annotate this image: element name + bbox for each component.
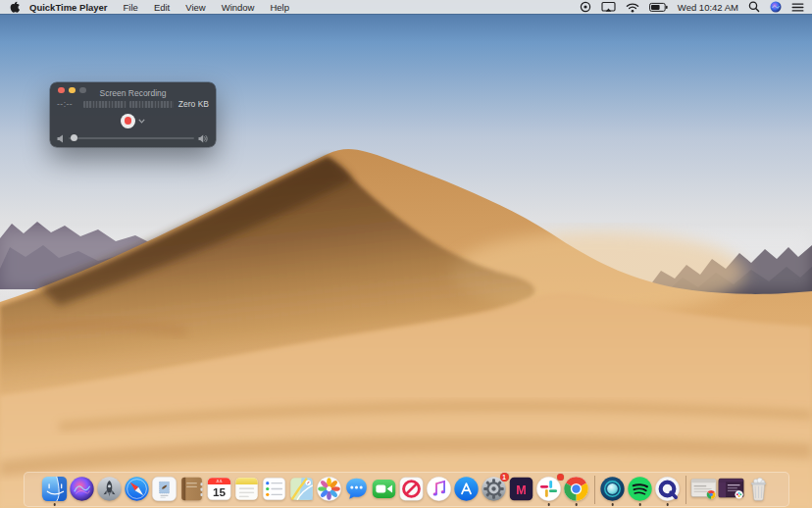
mail-icon [151, 476, 178, 502]
running-indicator [53, 503, 56, 506]
dock-item-contacts[interactable] [178, 473, 206, 506]
minwin-chrome-icon [690, 476, 717, 502]
dock-item-notes[interactable] [233, 473, 261, 506]
siri-icon [69, 476, 95, 502]
record-controls-row [50, 110, 216, 131]
speaker-loud-icon [198, 134, 209, 143]
window-titlebar[interactable]: Screen Recording [50, 82, 216, 97]
desktop: QuickTime Player File Edit View Window H… [0, 0, 812, 508]
dock-separator [685, 476, 686, 504]
messages-icon [343, 476, 370, 502]
minimize-button[interactable] [69, 87, 76, 94]
screen-recording-stop-icon[interactable] [580, 1, 591, 13]
running-indicator [575, 503, 578, 506]
minwin-slack-icon [718, 476, 744, 502]
dock-item-appstore[interactable] [453, 473, 481, 506]
record-dot-icon [125, 117, 132, 125]
svg-text:JUL: JUL [216, 479, 224, 483]
running-indicator [611, 503, 614, 506]
notification-center-icon[interactable] [791, 2, 804, 13]
dock-item-safari[interactable] [124, 473, 151, 506]
speaker-mute-icon [57, 134, 65, 143]
close-button[interactable] [58, 87, 65, 94]
dock-item-itunes[interactable] [426, 473, 453, 506]
appstore-icon [453, 476, 480, 502]
dock-item-mapp[interactable]: M [508, 473, 535, 506]
selfcontrol-icon [398, 476, 425, 502]
siri-icon[interactable] [770, 1, 782, 13]
menu-bar-clock[interactable]: Wed 10:42 AM [678, 2, 738, 13]
launchpad-icon [96, 476, 123, 502]
record-button[interactable] [121, 114, 135, 128]
running-indicator [547, 503, 550, 506]
dock-item-finder[interactable] [41, 473, 69, 506]
dock-item-selfcontrol[interactable] [398, 473, 426, 506]
reminders-icon [261, 476, 287, 502]
dock-item-webex[interactable] [599, 473, 627, 506]
running-indicator [666, 503, 669, 506]
volume-slider-knob[interactable] [71, 134, 77, 141]
dock-item-quicktime[interactable] [654, 473, 682, 506]
svg-text:15: 15 [213, 485, 227, 498]
dock-item-mail[interactable] [151, 473, 178, 506]
svg-text:M: M [516, 483, 527, 496]
audio-level-meter [83, 101, 174, 108]
dock-item-spotify[interactable] [627, 473, 654, 506]
dock-item-calendar[interactable]: 15JUL [206, 473, 233, 506]
volume-slider[interactable] [69, 137, 194, 139]
record-options-chevron-icon[interactable] [138, 119, 145, 124]
dock-item-minwin-chrome[interactable] [690, 473, 718, 506]
screen-mirroring-icon[interactable] [601, 1, 616, 13]
dock-item-messages[interactable] [343, 473, 371, 506]
calendar-icon: 15JUL [206, 476, 232, 502]
maps-icon [288, 476, 315, 502]
menu-window[interactable]: Window [214, 2, 263, 13]
dock-item-siri[interactable] [69, 473, 96, 506]
menu-bar: QuickTime Player File Edit View Window H… [0, 0, 812, 14]
screen-recording-window: Screen Recording --:-- Zero KB [50, 82, 216, 147]
battery-icon[interactable] [649, 2, 668, 13]
wallpaper-mojave-dunes [0, 0, 812, 508]
apple-logo-icon [10, 1, 20, 13]
wifi-icon[interactable] [626, 2, 639, 13]
chrome-icon [563, 476, 589, 502]
quicktime-icon [654, 476, 681, 502]
notes-icon [233, 476, 260, 502]
photos-icon [316, 476, 342, 502]
itunes-icon [426, 476, 452, 502]
volume-row [50, 131, 216, 145]
dock-item-minwin-slack[interactable] [718, 473, 745, 506]
menu-edit[interactable]: Edit [146, 2, 178, 13]
dock-item-launchpad[interactable] [96, 473, 124, 506]
running-indicator [638, 503, 641, 506]
dock-item-chrome[interactable] [563, 473, 590, 506]
zoom-button-disabled [79, 87, 86, 94]
menu-file[interactable]: File [116, 2, 146, 13]
dock: 15JUL1M [24, 472, 789, 507]
dock-item-maps[interactable] [288, 473, 316, 506]
menu-view[interactable]: View [178, 2, 213, 13]
recording-status-row: --:-- Zero KB [50, 98, 216, 110]
contacts-icon [178, 476, 205, 502]
menu-bar-status-area: Wed 10:42 AM [580, 1, 804, 13]
dock-item-trash[interactable] [745, 473, 773, 506]
dock-item-facetime[interactable] [371, 473, 398, 506]
spotify-icon [627, 476, 653, 502]
dock-item-sysprefs[interactable]: 1 [481, 473, 508, 506]
finder-icon [41, 476, 68, 502]
dock-item-slack[interactable] [535, 473, 563, 506]
recording-timer: --:-- [57, 99, 78, 109]
facetime-icon [371, 476, 397, 502]
webex-icon [599, 476, 626, 502]
dock-separator [594, 476, 595, 504]
window-title: Screen Recording [99, 88, 166, 98]
menu-app-name[interactable]: QuickTime Player [25, 2, 116, 13]
menu-help[interactable]: Help [262, 2, 297, 13]
recording-file-size: Zero KB [178, 99, 209, 109]
spotlight-search-icon[interactable] [748, 1, 760, 13]
safari-icon [124, 476, 150, 502]
mapp-icon: M [508, 476, 534, 502]
dock-item-reminders[interactable] [261, 473, 288, 506]
apple-menu[interactable] [10, 1, 20, 13]
dock-item-photos[interactable] [316, 473, 343, 506]
